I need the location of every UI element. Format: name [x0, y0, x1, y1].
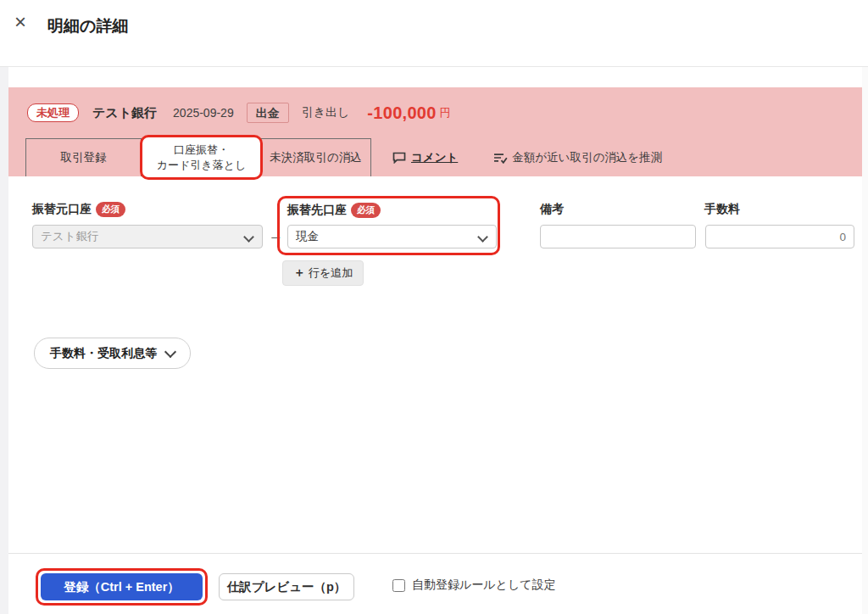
auto-rule-option[interactable]: 自動登録ルールとして設定 — [392, 578, 556, 593]
chevron-down-icon — [243, 232, 254, 243]
transaction-banner: 未処理 テスト銀行 2025-09-29 出金 引き出し -100,000 円 … — [8, 87, 862, 176]
list-check-icon — [493, 152, 508, 164]
close-icon[interactable]: × — [14, 12, 26, 32]
plus-icon: ＋ — [293, 265, 305, 281]
tab-bar: 取引登録 口座振替・ カード引き落とし 未決済取引の消込 コメント 金額が近い取… — [25, 138, 662, 176]
destination-account-label: 振替先口座必須 — [287, 203, 381, 218]
submit-button[interactable]: 登録（Ctrl + Enter） — [41, 573, 203, 600]
direction-badge: 出金 — [247, 103, 289, 124]
suggest-link-label: 金額が近い取引の消込を推測 — [512, 150, 662, 165]
comment-link[interactable]: コメント — [392, 150, 458, 165]
fee-interest-toggle-button[interactable]: 手数料・受取利息等 — [34, 338, 191, 369]
transaction-summary: 未処理 テスト銀行 2025-09-29 出金 引き出し -100,000 円 — [27, 99, 451, 126]
tab-account-transfer-active[interactable]: 口座振替・ カード引き落とし — [140, 135, 263, 180]
currency-label: 円 — [440, 105, 451, 120]
destination-account-value: 現金 — [296, 229, 319, 244]
page-title: 明細の詳細 — [47, 15, 128, 37]
header-divider — [0, 66, 868, 67]
tab-transaction-register[interactable]: 取引登録 — [25, 138, 142, 176]
tab-label-line2: カード引き落とし — [157, 158, 247, 173]
transaction-date: 2025-09-29 — [173, 106, 234, 120]
add-row-button-label: 行を追加 — [309, 265, 353, 281]
right-gutter — [862, 67, 868, 614]
status-badge: 未処理 — [27, 103, 79, 122]
account-name: テスト銀行 — [92, 105, 157, 121]
transaction-amount: -100,000 — [367, 103, 436, 123]
required-badge: 必須 — [96, 202, 125, 217]
tab-label-line1: 口座振替・ — [174, 142, 229, 158]
source-account-label-text: 振替元口座 — [32, 202, 92, 215]
source-account-label: 振替元口座必須 — [32, 202, 125, 217]
fee-input[interactable] — [705, 225, 854, 248]
chevron-down-icon — [477, 232, 488, 243]
required-badge: 必須 — [351, 203, 381, 218]
footer-divider — [8, 553, 862, 554]
memo-label: 備考 — [540, 202, 564, 217]
destination-account-select[interactable]: 現金 — [287, 225, 497, 248]
comment-link-label: コメント — [411, 150, 458, 165]
auto-rule-checkbox[interactable] — [392, 579, 405, 592]
left-gutter — [0, 67, 8, 614]
suggest-clearing-link[interactable]: 金額が近い取引の消込を推測 — [493, 150, 662, 165]
fee-label: 手数料 — [704, 202, 740, 217]
auto-rule-checkbox-label: 自動登録ルールとして設定 — [412, 578, 556, 593]
source-account-select[interactable]: テスト銀行 — [32, 225, 263, 248]
destination-account-label-text: 振替先口座 — [287, 203, 347, 216]
add-row-button[interactable]: ＋ 行を追加 — [282, 260, 364, 286]
memo-input[interactable] — [540, 225, 696, 248]
submit-highlight-annotation: 登録（Ctrl + Enter） — [36, 568, 208, 606]
journal-preview-button[interactable]: 仕訳プレビュー（p） — [219, 573, 354, 600]
destination-highlight-annotation: 振替先口座必須 現金 — [277, 196, 500, 255]
source-account-value: テスト銀行 — [41, 229, 98, 244]
tab-unsettled-clearing[interactable]: 未決済取引の消込 — [260, 138, 371, 176]
fee-interest-toggle-label: 手数料・受取利息等 — [50, 346, 157, 361]
comment-icon — [392, 152, 406, 164]
transaction-type-label: 引き出し — [302, 105, 350, 120]
chevron-down-icon — [164, 345, 176, 357]
